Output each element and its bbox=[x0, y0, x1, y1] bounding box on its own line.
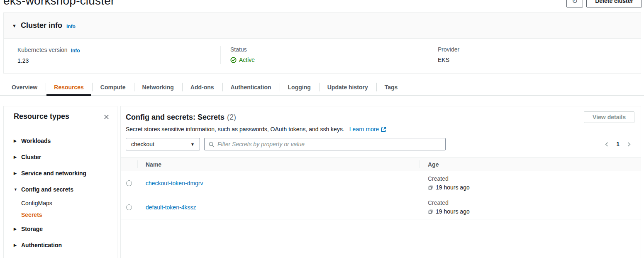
tab-authentication[interactable]: Authentication bbox=[222, 79, 280, 95]
filter-row: checkout ▼ 1 bbox=[126, 138, 632, 150]
cluster-info-body: Kubernetes version Info 1.23 Status Acti… bbox=[4, 39, 641, 73]
name-column-header: Name bbox=[137, 158, 420, 171]
copy-icon[interactable] bbox=[428, 209, 433, 214]
secrets-panel-title: Config and secrets: Secrets bbox=[126, 113, 224, 122]
secrets-panel: Config and secrets: Secrets (2) View det… bbox=[120, 106, 641, 258]
chevron-right-icon bbox=[626, 142, 632, 147]
age-value: 19 hours ago bbox=[428, 207, 641, 216]
secrets-panel-header: Config and secrets: Secrets (2) View det… bbox=[121, 111, 641, 123]
status-check-icon bbox=[230, 57, 237, 63]
secrets-description: Secret stores sensitive information, suc… bbox=[121, 123, 641, 133]
status-value: Active bbox=[230, 57, 428, 63]
namespace-filter-dropdown[interactable]: checkout ▼ bbox=[126, 138, 200, 150]
tab-compute[interactable]: Compute bbox=[92, 79, 134, 95]
cluster-tabs: Overview Resources Compute Networking Ad… bbox=[0, 79, 644, 96]
sidebar-item-configmaps[interactable]: ConfigMaps bbox=[14, 197, 110, 209]
cluster-info-info-link[interactable]: Info bbox=[66, 24, 76, 29]
external-link-icon bbox=[381, 127, 386, 132]
age-value: 19 hours ago bbox=[428, 183, 641, 192]
age-created-label: Created bbox=[428, 174, 641, 183]
chevron-down-icon: ▼ bbox=[14, 187, 18, 192]
header-actions: ↻ Delete cluster bbox=[566, 0, 642, 7]
tab-add-ons[interactable]: Add-ons bbox=[182, 79, 222, 95]
sidebar-item-config-and-secrets[interactable]: ▼ Config and secrets bbox=[14, 181, 110, 197]
resource-types-header: Resource types bbox=[14, 112, 110, 121]
age-created-label: Created bbox=[428, 199, 641, 207]
resources-content: Resource types ▶ Workloads ▶ Cluster ▶ bbox=[3, 106, 641, 258]
next-page-button[interactable] bbox=[625, 141, 632, 148]
table-row: default-token-4kssz Created 19 hours ago bbox=[121, 195, 641, 219]
tab-update-history[interactable]: Update history bbox=[319, 79, 376, 95]
kubernetes-version-info-link[interactable]: Info bbox=[71, 48, 80, 54]
secret-name-cell: checkout-token-dmgrv bbox=[137, 171, 420, 195]
chevron-right-icon: ▶ bbox=[14, 139, 18, 143]
table-header-row: Name Age bbox=[121, 157, 641, 171]
chevron-right-icon: ▶ bbox=[14, 227, 18, 231]
tab-logging[interactable]: Logging bbox=[280, 79, 319, 95]
refresh-icon: ↻ bbox=[572, 0, 578, 5]
sidebar-item-cluster[interactable]: ▶ Cluster bbox=[14, 149, 110, 165]
kubernetes-version-label: Kubernetes version Info bbox=[17, 46, 220, 54]
resource-types-panel: Resource types ▶ Workloads ▶ Cluster ▶ bbox=[3, 106, 117, 258]
secrets-search-box bbox=[204, 138, 446, 150]
secret-age-cell: Created 19 hours ago bbox=[420, 171, 641, 195]
cluster-info-title: Cluster info bbox=[21, 21, 62, 30]
selection-column-header bbox=[121, 158, 137, 171]
learn-more-link[interactable]: Learn more bbox=[349, 126, 387, 133]
row-radio-button[interactable] bbox=[126, 180, 132, 186]
previous-page-button[interactable] bbox=[603, 141, 610, 148]
secret-name-link[interactable]: checkout-token-dmgrv bbox=[146, 180, 203, 187]
tab-networking[interactable]: Networking bbox=[134, 79, 182, 95]
status-label: Status bbox=[230, 46, 428, 53]
tab-resources[interactable]: Resources bbox=[46, 79, 92, 95]
page-header: eks-workshop-cluster ↻ Delete cluster bbox=[3, 0, 642, 7]
secret-age-cell: Created 19 hours ago bbox=[420, 195, 641, 219]
copy-icon[interactable] bbox=[428, 185, 433, 190]
provider-value: EKS bbox=[438, 57, 641, 63]
cluster-info-header[interactable]: ▼ Cluster info Info bbox=[4, 13, 641, 39]
cluster-info-card: ▼ Cluster info Info Kubernetes version I… bbox=[3, 12, 641, 74]
collapse-caret-icon[interactable]: ▼ bbox=[12, 23, 17, 28]
kubernetes-version-field: Kubernetes version Info 1.23 bbox=[4, 46, 220, 64]
page-title: eks-workshop-cluster bbox=[3, 0, 115, 7]
eks-cluster-page: eks-workshop-cluster ↻ Delete cluster ▼ … bbox=[0, 0, 644, 258]
namespace-filter-value: checkout bbox=[131, 141, 154, 147]
provider-label: Provider bbox=[438, 46, 641, 53]
tab-tags[interactable]: Tags bbox=[376, 79, 406, 95]
table-row: checkout-token-dmgrv Created 19 hours ag… bbox=[121, 171, 641, 195]
chevron-right-icon: ▶ bbox=[14, 243, 18, 247]
age-column-header: Age bbox=[420, 158, 641, 171]
sidebar-item-workloads[interactable]: ▶ Workloads bbox=[14, 133, 110, 149]
chevron-right-icon: ▶ bbox=[14, 171, 18, 175]
chevron-left-icon bbox=[604, 142, 610, 147]
view-details-button[interactable]: View details bbox=[584, 111, 634, 123]
sidebar-item-authentication[interactable]: ▶ Authentication bbox=[14, 237, 110, 253]
provider-field: Provider EKS bbox=[428, 46, 641, 64]
delete-cluster-button[interactable]: Delete cluster bbox=[586, 0, 642, 7]
sidebar-item-service-and-networking[interactable]: ▶ Service and networking bbox=[14, 165, 110, 181]
kubernetes-version-value: 1.23 bbox=[17, 57, 220, 64]
search-icon bbox=[208, 141, 215, 147]
current-page-number[interactable]: 1 bbox=[616, 141, 620, 147]
secrets-table: Name Age checkout-token-dmgrv Created bbox=[121, 157, 641, 219]
close-panel-button[interactable] bbox=[102, 113, 110, 121]
secret-name-cell: default-token-4kssz bbox=[137, 195, 420, 219]
dropdown-caret-icon: ▼ bbox=[190, 142, 195, 147]
sidebar-item-authorization[interactable]: ▶ Authorization bbox=[14, 253, 110, 258]
pagination: 1 bbox=[603, 141, 632, 148]
close-icon bbox=[103, 114, 110, 120]
tab-overview[interactable]: Overview bbox=[3, 79, 46, 95]
sidebar-item-secrets[interactable]: Secrets bbox=[14, 209, 110, 221]
secret-name-link[interactable]: default-token-4kssz bbox=[146, 204, 196, 211]
sidebar-item-storage[interactable]: ▶ Storage bbox=[14, 221, 110, 237]
row-select-cell bbox=[121, 171, 137, 195]
secrets-count: (2) bbox=[227, 113, 236, 122]
status-field: Status Active bbox=[220, 46, 428, 64]
row-radio-button[interactable] bbox=[126, 204, 132, 210]
chevron-right-icon: ▶ bbox=[14, 155, 18, 159]
secrets-search-input[interactable] bbox=[217, 141, 442, 147]
resource-types-title: Resource types bbox=[14, 112, 69, 121]
resource-types-list: ▶ Workloads ▶ Cluster ▶ Service and netw… bbox=[14, 133, 110, 258]
row-select-cell bbox=[121, 195, 137, 219]
refresh-button[interactable]: ↻ bbox=[566, 0, 583, 7]
